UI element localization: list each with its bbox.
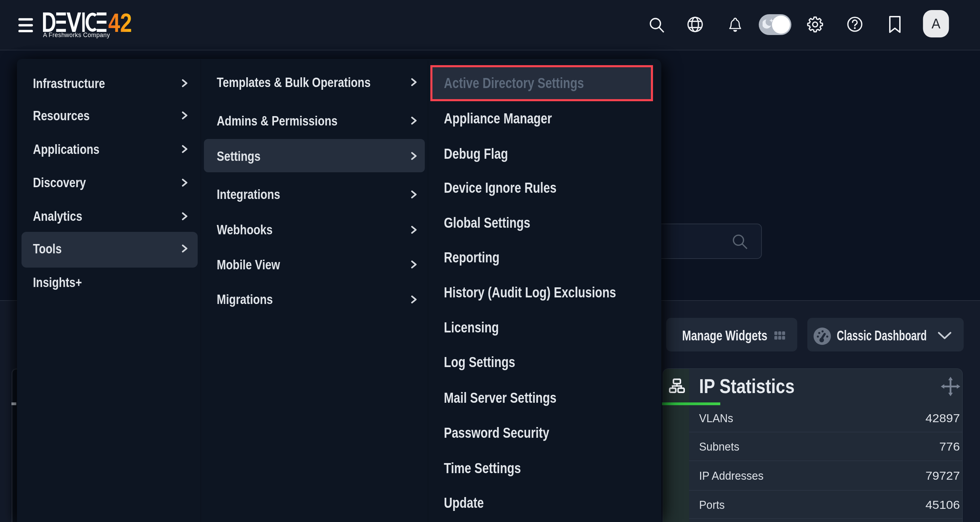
svg-text:42: 42 bbox=[108, 13, 132, 32]
